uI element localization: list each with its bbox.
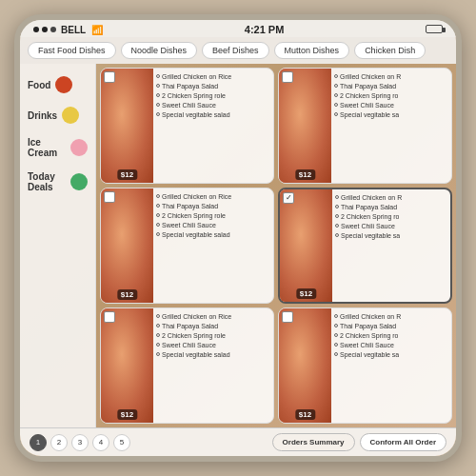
bullet-icon: [156, 112, 160, 116]
page-btn-5[interactable]: 5: [113, 434, 130, 451]
confirm-all-button[interactable]: Conform All Order: [360, 433, 446, 451]
card-checkbox-5[interactable]: [104, 311, 115, 323]
category-noodle[interactable]: Noodle Dishes: [121, 42, 198, 59]
page-btn-3[interactable]: 3: [71, 434, 89, 451]
card-detail-item: Thai Papaya Salad: [156, 322, 270, 330]
ice-cream-icon: [70, 139, 88, 156]
signal-dot-2: [42, 27, 48, 32]
card-detail-item: Special vegitable sa: [335, 231, 447, 240]
item-text: Sweet Chili Sauce: [341, 222, 395, 230]
bullet-icon: [156, 103, 160, 107]
menu-card-4[interactable]: ✓ $12 Grilled Chicken on R Thai Papaya S…: [278, 188, 452, 304]
card-detail-item: Thai Papaya Salad: [334, 322, 448, 330]
item-text: Thai Papaya Salad: [340, 322, 396, 330]
item-text: Thai Papaya Salad: [340, 82, 396, 90]
card-detail-item: Special vegitable sa: [334, 110, 448, 119]
card-detail-item: Grilled Chicken on Rice: [156, 192, 270, 201]
bullet-icon: [334, 314, 338, 318]
card-checkbox-4[interactable]: ✓: [283, 192, 294, 204]
page-btn-1[interactable]: 1: [30, 434, 47, 451]
bullet-icon: [156, 93, 160, 97]
battery-icon: [426, 25, 443, 35]
card-checkbox-3[interactable]: [104, 191, 115, 203]
device-frame: BELL 📶 4:21 PM Fast Food Dishes Noodle D…: [14, 14, 462, 462]
content-row: Food Drinks Ice Cream Today Deals: [20, 64, 456, 427]
category-beef[interactable]: Beef Dishes: [202, 42, 269, 59]
card-detail-item: Thai Papaya Salad: [156, 82, 270, 90]
bullet-icon: [335, 224, 339, 228]
menu-card-1[interactable]: $12 Grilled Chicken on Rice Thai Papaya …: [100, 68, 274, 184]
card-detail-item: Thai Papaya Salad: [335, 203, 447, 211]
card-detail-item: Sweet Chili Sauce: [334, 341, 448, 349]
bullet-icon: [156, 333, 160, 337]
sidebar: Food Drinks Ice Cream Today Deals: [20, 64, 96, 427]
price-badge-5: $12: [117, 409, 137, 420]
category-chicken[interactable]: Chicken Dish: [354, 42, 426, 59]
deals-icon: [70, 173, 88, 190]
menu-grid: $12 Grilled Chicken on Rice Thai Papaya …: [96, 64, 456, 427]
item-text: Special vegitable salad: [162, 110, 230, 119]
bullet-icon: [156, 352, 160, 356]
item-text: 2 Chicken Spring role: [162, 91, 226, 100]
card-details-6: Grilled Chicken on R Thai Papaya Salad 2…: [331, 308, 451, 423]
bottom-bar: 12345 Orders Summary Conform All Order: [20, 427, 456, 456]
sidebar-item-food[interactable]: Food: [20, 69, 95, 100]
price-badge-3: $12: [117, 289, 137, 300]
sidebar-item-ice-cream[interactable]: Ice Cream: [20, 130, 95, 165]
bullet-icon: [334, 93, 338, 97]
item-text: Sweet Chili Sauce: [340, 341, 394, 349]
status-bar: BELL 📶 4:21 PM: [20, 20, 456, 37]
bullet-icon: [156, 213, 160, 217]
card-checkbox-2[interactable]: [282, 71, 293, 83]
card-checkbox-1[interactable]: [104, 71, 115, 83]
sidebar-item-drinks[interactable]: Drinks: [20, 100, 95, 130]
item-text: Sweet Chili Sauce: [162, 221, 216, 229]
item-text: 2 Chicken Spring role: [162, 211, 226, 220]
card-detail-item: 2 Chicken Spring role: [156, 331, 270, 340]
status-time: 4:21 PM: [245, 24, 285, 35]
category-mutton[interactable]: Mutton Dishes: [274, 42, 350, 59]
bullet-icon: [334, 333, 338, 337]
price-badge-6: $12: [295, 409, 315, 420]
app-panel: Fast Food Dishes Noodle Dishes Beef Dish…: [20, 37, 456, 456]
pagination: 12345: [30, 434, 130, 451]
item-text: Grilled Chicken on R: [340, 72, 401, 81]
item-text: Special vegitable sa: [340, 110, 399, 119]
orders-summary-button[interactable]: Orders Summary: [272, 433, 355, 451]
card-detail-item: Grilled Chicken on Rice: [156, 312, 270, 321]
sidebar-item-today-deals[interactable]: Today Deals: [20, 165, 95, 199]
category-fast-food[interactable]: Fast Food Dishes: [28, 42, 116, 59]
price-badge-4: $12: [296, 288, 316, 299]
card-image-5: $12: [101, 308, 153, 423]
menu-card-6[interactable]: $12 Grilled Chicken on R Thai Papaya Sal…: [278, 307, 452, 424]
drinks-icon: [62, 107, 79, 124]
card-details-4: Grilled Chicken on R Thai Papaya Salad 2…: [332, 189, 450, 302]
signal-dot-3: [50, 27, 56, 32]
card-checkbox-6[interactable]: [282, 311, 293, 323]
bullet-icon: [334, 84, 338, 88]
card-image-3: $12: [101, 188, 153, 303]
card-detail-item: Grilled Chicken on R: [335, 193, 447, 202]
item-text: Special vegitable salad: [162, 230, 230, 239]
card-detail-item: Sweet Chili Sauce: [156, 221, 270, 229]
card-image-6: $12: [279, 308, 331, 423]
bullet-icon: [334, 103, 338, 107]
item-text: Grilled Chicken on Rice: [162, 312, 231, 321]
menu-card-3[interactable]: $12 Grilled Chicken on Rice Thai Papaya …: [100, 188, 274, 304]
main-content: Fast Food Dishes Noodle Dishes Beef Dish…: [20, 37, 456, 456]
page-btn-2[interactable]: 2: [50, 434, 68, 451]
bullet-icon: [156, 84, 160, 88]
card-detail-item: Thai Papaya Salad: [334, 82, 448, 90]
carrier-name: BELL: [61, 25, 86, 35]
menu-card-5[interactable]: $12 Grilled Chicken on Rice Thai Papaya …: [100, 307, 274, 424]
signal-dot-1: [33, 27, 39, 32]
wifi-icon: 📶: [91, 25, 103, 35]
card-details-2: Grilled Chicken on R Thai Papaya Salad 2…: [331, 69, 451, 183]
page-btn-4[interactable]: 4: [92, 434, 109, 451]
card-detail-item: Special vegitable salad: [156, 230, 270, 239]
menu-card-2[interactable]: $12 Grilled Chicken on R Thai Papaya Sal…: [278, 68, 452, 184]
card-detail-item: Sweet Chili Sauce: [334, 101, 448, 109]
bullet-icon: [156, 194, 160, 198]
item-text: Sweet Chili Sauce: [340, 101, 394, 109]
card-detail-item: 2 Chicken Spring role: [156, 91, 270, 100]
